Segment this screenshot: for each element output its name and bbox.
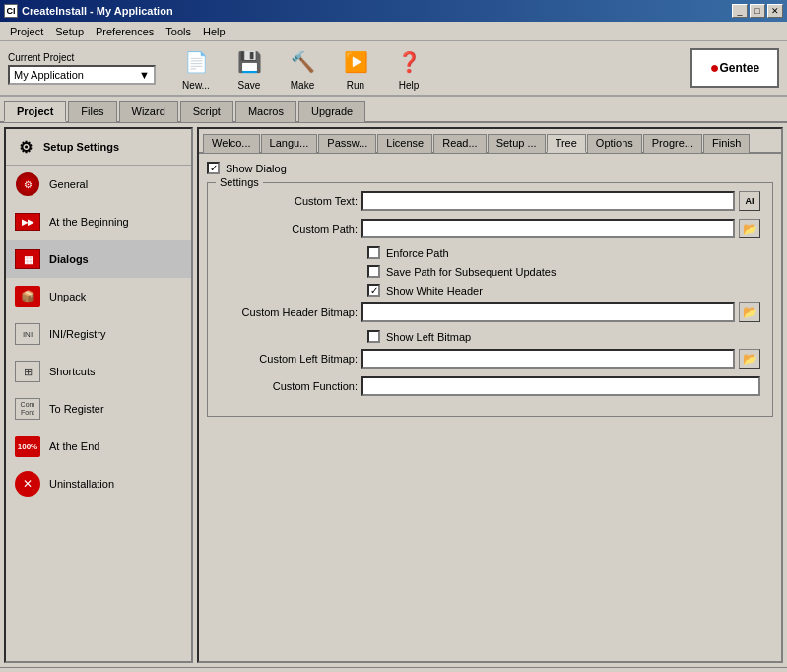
sub-tab-finish[interactable]: Finish (703, 134, 750, 153)
sub-tab-tree[interactable]: Tree (547, 134, 586, 153)
right-panel: Welco... Langu... Passw... License Read.… (197, 127, 783, 663)
sidebar-label-to-register: To Register (49, 403, 104, 415)
custom-header-bitmap-input[interactable] (361, 302, 735, 322)
tab-script[interactable]: Script (180, 101, 233, 122)
minimize-button[interactable]: _ (732, 4, 748, 18)
sidebar-label-general: General (49, 178, 88, 190)
tab-macros[interactable]: Macros (235, 101, 296, 122)
show-dialog-checkbox[interactable]: ✓ (207, 162, 220, 174)
sub-tab-language[interactable]: Langu... (261, 134, 318, 153)
project-label: Current Project (8, 52, 156, 63)
tab-files[interactable]: Files (68, 101, 116, 122)
tab-upgrade[interactable]: Upgrade (298, 101, 365, 122)
show-left-bitmap-label: Show Left Bitmap (386, 331, 471, 343)
sub-tab-progress[interactable]: Progre... (643, 134, 702, 153)
custom-text-row: Custom Text: AI (220, 191, 760, 211)
sidebar-label-uninstallation: Uninstallation (49, 478, 114, 490)
browse-button-header[interactable]: 📂 (739, 302, 760, 322)
enforce-path-checkbox[interactable] (367, 246, 380, 259)
custom-path-label: Custom Path: (220, 223, 358, 235)
sub-tab-password[interactable]: Passw... (318, 134, 376, 153)
shortcuts-icon: ⊞ (14, 358, 41, 385)
sidebar-item-uninstallation[interactable]: ✕ Uninstallation (6, 465, 191, 503)
uninstallation-icon: ✕ (14, 470, 41, 498)
app-icon: CI (4, 4, 18, 18)
menu-project[interactable]: Project (4, 24, 49, 39)
settings-group: Settings Custom Text: AI Custom Path: 📂 … (207, 182, 773, 417)
show-left-bitmap-row: Show Left Bitmap (367, 330, 760, 343)
save-path-row: Save Path for Subsequent Updates (367, 265, 760, 278)
show-left-bitmap-checkbox[interactable] (367, 330, 380, 343)
new-icon: 📄 (180, 46, 212, 78)
main-tabs: Project Files Wizard Script Macros Upgra… (0, 97, 787, 123)
combo-arrow-icon: ▼ (139, 69, 150, 81)
sub-tab-setup[interactable]: Setup ... (488, 134, 546, 153)
save-button[interactable]: 💾 Save (225, 45, 274, 91)
status-bar: Application (0, 667, 787, 672)
show-white-header-label: Show White Header (386, 285, 483, 297)
enforce-path-label: Enforce Path (386, 247, 449, 259)
unpack-icon: 📦 (14, 283, 41, 310)
tab-project[interactable]: Project (4, 101, 66, 122)
menu-preferences[interactable]: Preferences (90, 24, 160, 39)
maximize-button[interactable]: □ (750, 4, 765, 18)
sub-tabs: Welco... Langu... Passw... License Read.… (199, 129, 781, 154)
help-button[interactable]: ❓ Help (384, 45, 433, 91)
sub-tab-readme[interactable]: Read... (433, 134, 486, 153)
custom-left-bitmap-input[interactable] (361, 349, 735, 369)
dialogs-icon: ▦ (14, 245, 41, 273)
sidebar-label-shortcuts: Shortcuts (49, 366, 95, 377)
help-icon: ❓ (393, 46, 425, 78)
at-end-icon: 100% (14, 433, 41, 460)
sidebar-item-at-end[interactable]: 100% At the End (6, 428, 191, 465)
sidebar-item-shortcuts[interactable]: ⊞ Shortcuts (6, 353, 191, 390)
custom-left-bitmap-row: Custom Left Bitmap: 📂 (220, 349, 760, 369)
custom-text-label: Custom Text: (220, 195, 358, 207)
sidebar-item-unpack[interactable]: 📦 Unpack (6, 278, 191, 315)
sidebar-item-ini-registry[interactable]: INI INI/Registry (6, 315, 191, 353)
save-icon: 💾 (233, 46, 265, 78)
project-combo[interactable]: My Application ▼ (8, 65, 156, 85)
show-dialog-label: Show Dialog (226, 163, 287, 174)
sub-tab-license[interactable]: License (377, 134, 432, 153)
menu-setup[interactable]: Setup (49, 24, 90, 39)
enforce-path-row: Enforce Path (367, 246, 760, 259)
custom-path-input[interactable] (361, 219, 735, 238)
custom-function-row: Custom Function: (220, 376, 760, 396)
ai-button[interactable]: AI (739, 191, 760, 211)
sidebar-label-at-beginning: At the Beginning (49, 216, 129, 228)
sidebar-item-dialogs[interactable]: ▦ Dialogs (6, 240, 191, 278)
sidebar: ⚙ Setup Settings ⚙ General ▶▶ At the Beg… (4, 127, 193, 663)
custom-left-bitmap-label: Custom Left Bitmap: (220, 353, 358, 365)
browse-button-path[interactable]: 📂 (739, 219, 760, 238)
toolbar: Current Project My Application ▼ 📄 New..… (0, 41, 787, 97)
sub-tab-welcome[interactable]: Welco... (203, 134, 260, 153)
sidebar-item-general[interactable]: ⚙ General (6, 166, 191, 203)
custom-function-input[interactable] (361, 376, 760, 396)
gentee-logo: ●Gentee (690, 48, 779, 88)
menu-help[interactable]: Help (197, 24, 231, 39)
new-button[interactable]: 📄 New... (171, 45, 221, 91)
settings-icon: ⚙ (14, 135, 37, 159)
make-button[interactable]: 🔨 Make (278, 45, 327, 91)
tab-wizard[interactable]: Wizard (119, 101, 178, 122)
show-white-header-checkbox[interactable]: ✓ (367, 284, 380, 297)
content-area: ✓ Show Dialog Settings Custom Text: AI C… (199, 154, 781, 661)
sidebar-item-at-beginning[interactable]: ▶▶ At the Beginning (6, 203, 191, 240)
window-controls: _ □ ✕ (732, 4, 783, 18)
menu-tools[interactable]: Tools (160, 24, 197, 39)
show-white-header-row: ✓ Show White Header (367, 284, 760, 297)
custom-header-bitmap-row: Custom Header Bitmap: 📂 (220, 302, 760, 322)
ini-registry-icon: INI (14, 320, 41, 348)
make-icon: 🔨 (287, 46, 318, 78)
browse-button-left[interactable]: 📂 (739, 349, 760, 369)
at-beginning-icon: ▶▶ (14, 208, 41, 235)
run-button[interactable]: ▶️ Run (331, 45, 380, 91)
sidebar-item-to-register[interactable]: ComFont To Register (6, 390, 191, 428)
custom-text-input[interactable] (361, 191, 735, 211)
sub-tab-options[interactable]: Options (587, 134, 642, 153)
save-path-checkbox[interactable] (367, 265, 380, 278)
main-content: ⚙ Setup Settings ⚙ General ▶▶ At the Beg… (0, 123, 787, 667)
close-button[interactable]: ✕ (767, 4, 783, 18)
sidebar-header-label: Setup Settings (43, 141, 119, 153)
